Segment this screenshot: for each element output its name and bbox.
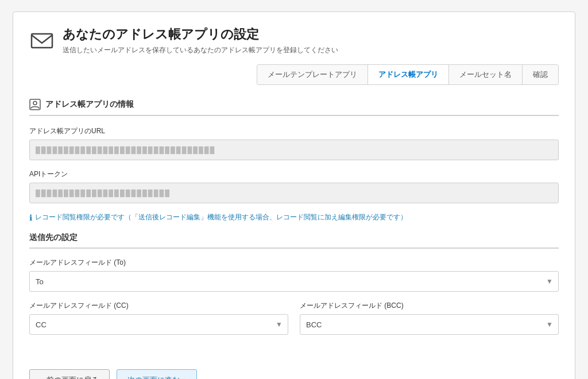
cc-label: メールアドレスフィールド (CC) [29, 301, 288, 311]
step-confirm[interactable]: 確認 [523, 65, 558, 84]
cc-select-wrapper: CC ▼ [29, 314, 288, 335]
api-label: APIトークン [29, 169, 559, 179]
cc-form-group: メールアドレスフィールド (CC) CC ▼ [29, 301, 288, 335]
api-form-group: APIトークン ████████████████████████ [29, 169, 559, 203]
to-select-wrapper: To ▼ [29, 271, 559, 292]
url-label: アドレス帳アプリのURL [29, 126, 559, 136]
back-button[interactable]: « 前の画面に戻る [29, 369, 110, 379]
settings-container: あなたのアドレス帳アプリの設定 送信したいメールアドレスを保存しているあなたのア… [13, 11, 575, 379]
destination-title: 送信先の設定 [29, 233, 559, 249]
mail-icon [29, 28, 55, 53]
page-title: あなたのアドレス帳アプリの設定 [63, 26, 338, 43]
steps-nav: メールテンプレートアプリ アドレス帳アプリ メールセット名 確認 [257, 64, 559, 85]
info-icon: ℹ [29, 213, 32, 222]
bcc-label: メールアドレスフィールド (BCC) [300, 301, 559, 311]
next-button[interactable]: 次の画面に進む » [117, 369, 197, 379]
section-info-title: アドレス帳アプリの情報 [45, 99, 134, 110]
info-message: ℹ レコード閲覧権限が必要です（「送信後レコード編集」機能を使用する場合、レコー… [29, 212, 559, 222]
step-mail-set-name[interactable]: メールセット名 [449, 65, 523, 84]
section-info-header: アドレス帳アプリの情報 [29, 99, 559, 116]
cc-select[interactable]: CC [29, 314, 288, 335]
to-label: メールアドレスフィールド (To) [29, 258, 559, 268]
bcc-form-group: メールアドレスフィールド (BCC) BCC ▼ [300, 301, 559, 335]
url-form-group: アドレス帳アプリのURL ███████████████████████████… [29, 126, 559, 160]
bottom-actions: « 前の画面に戻る 次の画面に進む » [29, 360, 559, 379]
step-address-book[interactable]: アドレス帳アプリ [368, 65, 449, 84]
person-icon [29, 99, 41, 110]
step-mail-template[interactable]: メールテンプレートアプリ [257, 65, 368, 84]
to-select[interactable]: To [29, 271, 559, 292]
page-header-text: あなたのアドレス帳アプリの設定 送信したいメールアドレスを保存しているあなたのア… [63, 26, 338, 55]
bcc-select-wrapper: BCC ▼ [300, 314, 559, 335]
url-input-display[interactable]: ████████████████████████████████ [29, 140, 559, 160]
cc-bcc-row: メールアドレスフィールド (CC) CC ▼ メールアドレスフィールド (BCC… [29, 301, 559, 344]
api-input-display[interactable]: ████████████████████████ [29, 183, 559, 203]
page-header: あなたのアドレス帳アプリの設定 送信したいメールアドレスを保存しているあなたのア… [29, 26, 559, 55]
bcc-select[interactable]: BCC [300, 314, 559, 335]
to-form-group: メールアドレスフィールド (To) To ▼ [29, 258, 559, 292]
page-subtitle: 送信したいメールアドレスを保存しているあなたのアドレス帳アプリを登録してください [63, 45, 338, 55]
svg-rect-0 [32, 34, 52, 48]
svg-point-2 [33, 102, 37, 105]
